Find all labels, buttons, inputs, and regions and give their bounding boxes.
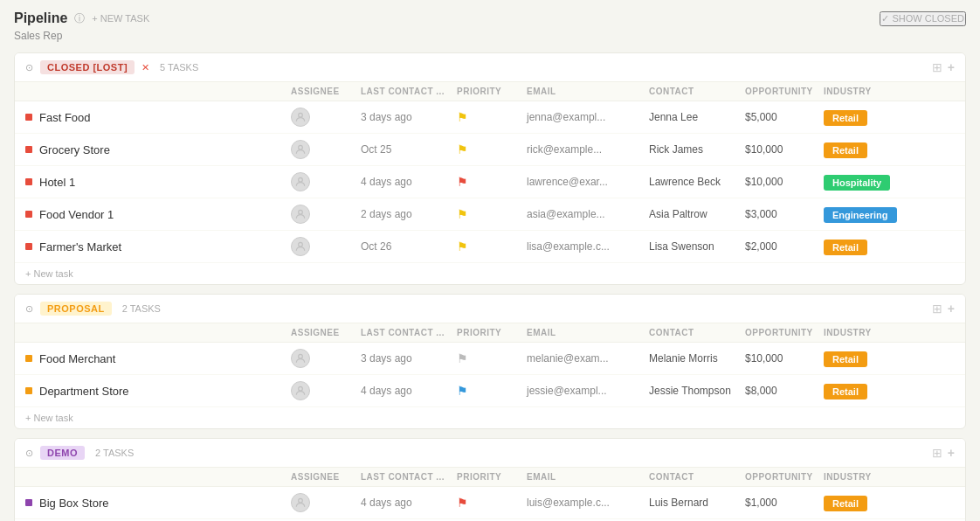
- col-header: INDUSTRY: [824, 87, 911, 96]
- priority-cell: ⚑: [457, 496, 527, 510]
- contact: Lawrence Beck: [649, 176, 745, 188]
- col-header: PRIORITY: [457, 328, 527, 337]
- priority-flag[interactable]: ⚑: [457, 207, 468, 221]
- industry-badge: Retail: [824, 110, 867, 126]
- contact: Luis Bernard: [649, 497, 745, 509]
- table-row[interactable]: Farmer's Market Oct 26 ⚑ lisa@example.c.…: [15, 231, 965, 263]
- contact: Rick James: [649, 143, 745, 156]
- row-name-text[interactable]: Food Vendor 1: [39, 208, 114, 221]
- row-name-text[interactable]: Grocery Store: [39, 143, 110, 156]
- section-header-closed-lost: ⊙ CLOSED [LOST] ✕ 5 TASKS ⊞ +: [15, 53, 965, 82]
- contact: Asia Paltrow: [649, 208, 745, 220]
- priority-flag[interactable]: ⚑: [457, 496, 468, 510]
- section-label-demo: DEMO: [40, 446, 85, 460]
- industry-cell: Retail: [824, 385, 911, 398]
- assignee-cell: [291, 172, 361, 191]
- table-row[interactable]: Big Box Store 4 days ago ⚑ luis@example.…: [15, 487, 965, 519]
- contact: Melanie Morris: [649, 352, 745, 365]
- last-contact: 3 days ago: [361, 111, 457, 123]
- new-task-link-proposal[interactable]: + New task: [15, 407, 84, 428]
- col-header: ASSIGNEE: [291, 472, 361, 482]
- row-bullet: [25, 355, 32, 362]
- assignee-avatar[interactable]: [291, 140, 310, 159]
- priority-flag[interactable]: ⚑: [457, 110, 468, 124]
- row-name: Farmer's Market: [25, 240, 291, 254]
- assignee-avatar[interactable]: [291, 108, 310, 127]
- table-header: ASSIGNEELAST CONTACT ...PRIORITYEMAILCON…: [15, 323, 965, 343]
- table-row[interactable]: Fast Food 3 days ago ⚑ jenna@exampl... J…: [15, 101, 965, 134]
- assignee-avatar[interactable]: [291, 493, 310, 512]
- table-header: ASSIGNEELAST CONTACT ...PRIORITYEMAILCON…: [15, 468, 965, 487]
- email: melanie@exam...: [527, 352, 649, 365]
- row-name: Food Vendor 1: [25, 208, 291, 221]
- row-name-text[interactable]: Hotel 1: [39, 176, 75, 189]
- assignee-cell: [291, 108, 361, 127]
- assignee-avatar[interactable]: [291, 237, 310, 256]
- header: Pipeline ⓘ + NEW TASK ✓ SHOW CLOSED: [14, 10, 966, 26]
- assignee-cell: [291, 237, 361, 256]
- sub-header: Sales Rep: [14, 30, 966, 42]
- industry-cell: Retail: [824, 111, 911, 124]
- row-name: Food Merchant: [25, 352, 291, 365]
- last-contact: Oct 25: [361, 143, 457, 156]
- collapse-icon[interactable]: ⊙: [25, 62, 33, 73]
- grid-icon[interactable]: ⊞: [932, 60, 942, 74]
- assignee-avatar[interactable]: [291, 381, 310, 400]
- priority-cell: ⚑: [457, 110, 527, 124]
- industry-badge: Engineering: [824, 207, 897, 223]
- opportunity: $8,000: [745, 385, 824, 397]
- table-row[interactable]: Grocery Store Oct 25 ⚑ rick@example... R…: [15, 134, 965, 166]
- plus-icon[interactable]: +: [948, 60, 955, 74]
- col-header: EMAIL: [527, 87, 649, 96]
- plus-icon[interactable]: +: [948, 302, 955, 316]
- priority-flag[interactable]: ⚑: [457, 240, 468, 254]
- collapse-icon[interactable]: ⊙: [25, 448, 33, 459]
- col-name: [25, 472, 291, 482]
- row-name: Fast Food: [25, 111, 291, 124]
- priority-flag[interactable]: ⚑: [457, 175, 468, 189]
- new-task-button[interactable]: + NEW TASK: [92, 13, 149, 24]
- row-name-text[interactable]: Food Merchant: [39, 352, 115, 365]
- col-header: OPPORTUNITY: [745, 87, 824, 96]
- x-icon[interactable]: ✕: [141, 62, 149, 73]
- priority-flag[interactable]: ⚑: [457, 384, 468, 398]
- info-icon: ⓘ: [74, 11, 85, 26]
- grid-icon[interactable]: ⊞: [932, 446, 942, 460]
- new-task-link-closed-lost[interactable]: + New task: [15, 263, 84, 284]
- section-label-proposal: PROPOSAL: [40, 302, 112, 316]
- industry-cell: Retail: [824, 240, 911, 254]
- row-name-text[interactable]: Farmer's Market: [39, 240, 121, 254]
- table-row[interactable]: Department Store 4 days ago ⚑ jessie@exa…: [15, 375, 965, 407]
- plus-icon[interactable]: +: [948, 446, 955, 460]
- assignee-avatar[interactable]: [291, 172, 310, 191]
- email: jenna@exampl...: [527, 111, 649, 123]
- col-header: PRIORITY: [457, 87, 527, 96]
- priority-flag[interactable]: ⚑: [457, 142, 468, 156]
- show-closed-button[interactable]: ✓ SHOW CLOSED: [880, 11, 966, 26]
- row-name: Hotel 1: [25, 176, 291, 189]
- priority-cell: ⚑: [457, 384, 527, 398]
- col-name: [25, 328, 291, 337]
- tasks-count: 5 TASKS: [160, 62, 198, 73]
- table-row[interactable]: Food Vendor 1 2 days ago ⚑ asia@example.…: [15, 198, 965, 231]
- priority-flag[interactable]: ⚑: [457, 351, 468, 365]
- row-bullet: [25, 178, 32, 185]
- collapse-icon[interactable]: ⊙: [25, 303, 33, 315]
- grid-icon[interactable]: ⊞: [932, 302, 942, 316]
- row-name-text[interactable]: Big Box Store: [39, 497, 109, 510]
- last-contact: 4 days ago: [361, 497, 457, 509]
- assignee-avatar[interactable]: [291, 349, 310, 368]
- table-row[interactable]: Food Merchant 3 days ago ⚑ melanie@exam.…: [15, 343, 965, 375]
- section-label-closed-lost: CLOSED [LOST]: [40, 60, 135, 74]
- assignee-avatar[interactable]: [291, 205, 310, 224]
- col-header: EMAIL: [527, 472, 649, 482]
- table-row[interactable]: Hotel 1 4 days ago ⚑ lawrence@exar... La…: [15, 166, 965, 198]
- industry-badge: Hospitality: [824, 175, 890, 191]
- svg-point-0: [299, 113, 303, 117]
- col-header: OPPORTUNITY: [745, 472, 824, 482]
- section-actions: ⊞ +: [932, 60, 955, 74]
- row-name-text[interactable]: Department Store: [39, 385, 129, 398]
- email: lawrence@exar...: [527, 176, 649, 188]
- row-name-text[interactable]: Fast Food: [39, 111, 91, 124]
- priority-cell: ⚑: [457, 207, 527, 221]
